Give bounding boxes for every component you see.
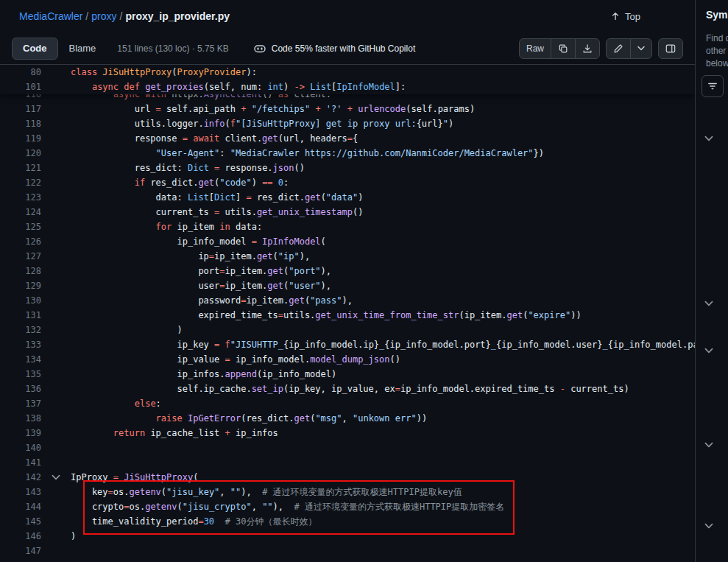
chevron-down-icon bbox=[637, 46, 645, 51]
code-line: 117 url = self.api_path + "/fetchips" + … bbox=[0, 102, 695, 116]
line-number[interactable]: 146 bbox=[0, 529, 41, 544]
symbols-panel-description: Find definitions and references for func… bbox=[706, 32, 728, 70]
copy-button[interactable] bbox=[551, 38, 576, 59]
code-line: 145 time_validity_period=30 # 30分钟（最长时效） bbox=[0, 514, 695, 529]
code-line: 144 crypto=os.getenv("jisu_crypto", ""),… bbox=[0, 499, 695, 514]
line-number[interactable]: 120 bbox=[0, 146, 41, 161]
line-number[interactable]: 134 bbox=[0, 352, 41, 367]
line-number[interactable]: 133 bbox=[0, 337, 41, 352]
line-number[interactable]: 147 bbox=[0, 544, 41, 558]
line-number[interactable]: 143 bbox=[0, 485, 41, 499]
symbols-description-line: other symbols in this file by clicking a… bbox=[706, 45, 728, 57]
code-text: url = self.api_path + "/fetchips" + '?' … bbox=[71, 102, 475, 116]
line-number[interactable]: 138 bbox=[0, 411, 41, 426]
line-number[interactable]: 137 bbox=[0, 396, 41, 411]
line-number[interactable]: 127 bbox=[0, 249, 41, 264]
code-text: ip_info_model = IpInfoModel( bbox=[71, 234, 326, 249]
fold-toggle-icon[interactable] bbox=[41, 470, 71, 485]
line-number[interactable]: 126 bbox=[0, 234, 41, 249]
line-number[interactable]: 124 bbox=[0, 205, 41, 219]
breadcrumb-folder-link[interactable]: proxy bbox=[91, 10, 116, 22]
file-header-bar: MediaCrawler/proxy/proxy_ip_provider.py … bbox=[0, 0, 695, 32]
code-text: response = await client.get(url, headers… bbox=[71, 131, 358, 146]
breadcrumb-separator: / bbox=[82, 10, 91, 22]
code-line: 134 ip_value = ip_info_model.model_dump_… bbox=[0, 352, 695, 367]
symbol-tree-expand-icon[interactable] bbox=[704, 301, 716, 312]
code-line: 143 key=os.getenv("jisu_key", ""), # 通过环… bbox=[0, 485, 695, 499]
symbol-tree-expand-icon[interactable] bbox=[704, 348, 716, 359]
line-number[interactable]: 128 bbox=[0, 264, 41, 278]
tab-code[interactable]: Code bbox=[12, 38, 58, 60]
symbols-filter-button[interactable] bbox=[702, 75, 724, 97]
code-line: 140 bbox=[0, 440, 695, 455]
code-line: 138 raise IpGetError(res_dict.get("msg",… bbox=[0, 411, 695, 426]
symbol-tree-expand-icon[interactable] bbox=[704, 442, 716, 454]
edit-button[interactable] bbox=[606, 38, 631, 59]
line-number[interactable]: 130 bbox=[0, 293, 41, 308]
line-number[interactable]: 125 bbox=[0, 219, 41, 234]
symbol-tree-expand-icon[interactable] bbox=[704, 136, 716, 147]
code-text: IpProxy = JiSuHttpProxy( bbox=[71, 470, 198, 485]
fold-gutter bbox=[41, 455, 71, 470]
line-number[interactable]: 117 bbox=[0, 102, 41, 116]
symbols-panel-toggle-button[interactable] bbox=[658, 38, 683, 59]
code-line: 146) bbox=[0, 529, 695, 544]
fold-gutter bbox=[41, 323, 71, 337]
scroll-to-top-button[interactable]: Top bbox=[610, 11, 683, 22]
code-blame-switch: Code Blame bbox=[12, 38, 107, 60]
line-number[interactable]: 132 bbox=[0, 323, 41, 337]
symbol-tree-expand-icon[interactable] bbox=[704, 523, 716, 535]
code-line: 133 ip_key = f"JISUHTTP_{ip_info_model.i… bbox=[0, 337, 695, 352]
copilot-banner-text: Code 55% faster with GitHub Copilot bbox=[272, 43, 415, 54]
code-area: 116 async with httpx.AsyncClient() as cl… bbox=[0, 65, 695, 562]
raw-button[interactable]: Raw bbox=[519, 38, 551, 59]
line-number[interactable]: 129 bbox=[0, 278, 41, 293]
line-number[interactable]: 101 bbox=[0, 80, 41, 94]
code-line: 139 return ip_cache_list + ip_infos bbox=[0, 426, 695, 440]
code-text: data: List[Dict] = res_dict.get("data") bbox=[71, 190, 363, 205]
code-line: 126 ip_info_model = IpInfoModel( bbox=[0, 234, 695, 249]
line-number[interactable]: 119 bbox=[0, 131, 41, 146]
fold-gutter bbox=[41, 175, 71, 190]
code-line: 137 else: bbox=[0, 396, 695, 411]
line-number[interactable]: 144 bbox=[0, 499, 41, 514]
fold-gutter bbox=[41, 234, 71, 249]
breadcrumb-file-name: proxy_ip_provider.py bbox=[125, 10, 230, 22]
code-line: 136 self.ip_cache.set_ip(ip_key, ip_valu… bbox=[0, 382, 695, 396]
code-line: 122 if res_dict.get("code") == 0: bbox=[0, 175, 695, 190]
code-text: ) bbox=[71, 529, 76, 544]
code-text: if res_dict.get("code") == 0: bbox=[71, 175, 289, 190]
line-number[interactable]: 145 bbox=[0, 514, 41, 529]
fold-gutter bbox=[41, 80, 71, 94]
line-number[interactable]: 123 bbox=[0, 190, 41, 205]
line-number[interactable]: 139 bbox=[0, 426, 41, 440]
line-number[interactable]: 131 bbox=[0, 308, 41, 323]
line-number[interactable]: 135 bbox=[0, 367, 41, 382]
breadcrumb-repo-link[interactable]: MediaCrawler bbox=[19, 10, 82, 22]
edit-split-button bbox=[606, 38, 652, 59]
tab-blame[interactable]: Blame bbox=[58, 38, 107, 60]
line-number[interactable]: 136 bbox=[0, 382, 41, 396]
line-number[interactable]: 122 bbox=[0, 175, 41, 190]
code-text: class JiSuHttpProxy(ProxyProvider): bbox=[71, 65, 257, 80]
code-line: 101 async def get_proxies(self, num: int… bbox=[0, 80, 695, 94]
fold-gutter bbox=[41, 264, 71, 278]
line-number[interactable]: 121 bbox=[0, 161, 41, 175]
code-lines: 116 async with httpx.AsyncClient() as cl… bbox=[0, 87, 695, 558]
code-line: 130 password=ip_item.get("pass"), bbox=[0, 293, 695, 308]
line-number[interactable]: 140 bbox=[0, 440, 41, 455]
fold-gutter bbox=[41, 411, 71, 426]
fold-gutter bbox=[41, 426, 71, 440]
code-line: 131 expired_time_ts=utils.get_unix_time_… bbox=[0, 308, 695, 323]
line-number[interactable]: 80 bbox=[0, 65, 41, 80]
code-text: raise IpGetError(res_dict.get("msg", "un… bbox=[71, 411, 427, 426]
line-number[interactable]: 141 bbox=[0, 455, 41, 470]
copy-icon bbox=[558, 43, 568, 54]
code-line: 129 user=ip_item.get("user"), bbox=[0, 278, 695, 293]
line-number[interactable]: 118 bbox=[0, 116, 41, 131]
edit-dropdown-button[interactable] bbox=[630, 38, 652, 59]
download-icon bbox=[582, 43, 593, 54]
download-button[interactable] bbox=[575, 38, 600, 59]
line-number[interactable]: 142 bbox=[0, 470, 41, 485]
copilot-banner[interactable]: Code 55% faster with GitHub Copilot bbox=[254, 43, 415, 55]
